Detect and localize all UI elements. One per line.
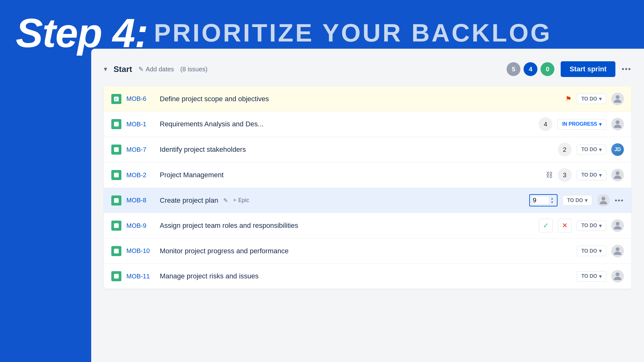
- header-title: Step 4: PRIORITIZE YOUR BACKLOG: [16, 13, 628, 53]
- edit-dates-button[interactable]: ✎ Add dates: [138, 65, 174, 73]
- issue-title: Manage project risks and issues: [160, 272, 363, 280]
- issues-table: ✓ MOB-6 Define project scope and objecti…: [104, 86, 631, 289]
- issue-title-text: Create project plan: [160, 196, 218, 205]
- sp-down-arrow[interactable]: ▼: [551, 201, 554, 204]
- issue-title: Project Management: [160, 171, 348, 179]
- svg-text:✓: ✓: [114, 97, 117, 101]
- sprint-more-button[interactable]: •••: [622, 65, 631, 74]
- plus-icon: +: [233, 197, 236, 204]
- table-row: MOB-2 Project Management ⛓ 3 TO DO ▾: [104, 162, 631, 188]
- svg-rect-14: [114, 274, 119, 279]
- sprint-header: ▾ Start ✎ Add dates (8 issues) 5 4 0 Sta…: [104, 58, 631, 80]
- status-badge[interactable]: TO DO ▾: [577, 170, 606, 180]
- start-sprint-button[interactable]: Start sprint: [561, 61, 615, 77]
- avatar: [611, 118, 624, 130]
- issue-title: Identify project stakeholders: [160, 145, 354, 154]
- pencil-icon: ✎: [138, 65, 144, 73]
- issue-type-icon: [111, 195, 121, 206]
- status-badge[interactable]: TO DO ▾: [577, 271, 606, 282]
- story-points-field[interactable]: [533, 197, 549, 204]
- table-row: MOB-8 Create project plan ✎ + Epic ▲ ▼ T…: [104, 188, 631, 213]
- issue-title: Requirements Analysis and Des...: [160, 120, 344, 128]
- issue-type-icon: ✓: [111, 94, 121, 104]
- issue-type-icon: [111, 221, 121, 231]
- svg-point-7: [616, 171, 619, 175]
- sp-up-arrow[interactable]: ▲: [551, 197, 554, 200]
- svg-point-9: [602, 197, 605, 200]
- issue-title: Define project scope and objectives: [160, 95, 560, 103]
- table-row: MOB-9 Assign project team roles and resp…: [104, 213, 631, 239]
- svg-rect-6: [114, 173, 119, 178]
- edit-pencil-icon[interactable]: ✎: [223, 197, 228, 204]
- step-subtitle: PRIORITIZE YOUR BACKLOG: [154, 20, 552, 46]
- row-more-button[interactable]: •••: [615, 196, 624, 205]
- issue-id[interactable]: MOB-9: [126, 222, 155, 229]
- avatar: [597, 194, 610, 207]
- issue-type-icon: [111, 246, 121, 256]
- issue-id[interactable]: MOB-7: [126, 146, 155, 153]
- issue-id[interactable]: MOB-1: [126, 121, 155, 128]
- svg-point-15: [616, 272, 619, 276]
- collapse-icon[interactable]: ▾: [104, 65, 107, 73]
- issue-title: Monitor project progress and performance: [160, 247, 363, 255]
- table-row: MOB-10 Monitor project progress and perf…: [104, 239, 631, 264]
- status-badge[interactable]: TO DO ▾: [577, 221, 606, 231]
- avatar: [611, 270, 624, 282]
- svg-rect-8: [114, 198, 119, 203]
- issue-id[interactable]: MOB-6: [126, 95, 155, 102]
- story-points: 4: [539, 117, 552, 131]
- avatar: [611, 169, 624, 181]
- avatar: [611, 93, 624, 105]
- story-points: 2: [558, 143, 572, 156]
- status-badge[interactable]: TO DO ▾: [563, 195, 592, 206]
- issue-type-icon: [111, 271, 121, 281]
- sp-arrows: ▲ ▼: [551, 197, 554, 204]
- flag-icon: ⚑: [565, 95, 572, 103]
- hierarchy-icon: ⛓: [546, 171, 553, 179]
- svg-rect-10: [114, 223, 119, 228]
- issue-type-icon: [111, 170, 121, 180]
- svg-rect-12: [114, 249, 119, 253]
- badge-done: 0: [541, 62, 554, 76]
- sprint-title: Start: [114, 64, 132, 74]
- badge-inprogress: 4: [524, 62, 537, 76]
- avatar: JD: [611, 143, 624, 156]
- status-badge[interactable]: TO DO ▾: [577, 94, 606, 104]
- svg-rect-3: [114, 122, 119, 127]
- cancel-button[interactable]: ✕: [558, 219, 572, 233]
- table-row: ✓ MOB-6 Define project scope and objecti…: [104, 86, 631, 112]
- story-points-input[interactable]: ▲ ▼: [529, 194, 558, 206]
- sprint-badges: 5 4 0: [507, 62, 554, 76]
- table-row: MOB-7 Identify project stakeholders 2 TO…: [104, 137, 631, 162]
- badge-total: 5: [507, 62, 520, 76]
- issue-id[interactable]: MOB-2: [126, 172, 155, 179]
- issue-type-icon: [111, 119, 121, 129]
- status-badge[interactable]: TO DO ▾: [577, 145, 606, 155]
- svg-point-11: [616, 222, 619, 226]
- story-points: 3: [558, 168, 572, 182]
- table-row: MOB-1 Requirements Analysis and Des... 4…: [104, 112, 631, 137]
- issue-id[interactable]: MOB-8: [126, 197, 155, 204]
- issue-id[interactable]: MOB-11: [126, 273, 155, 280]
- confirm-button[interactable]: ✓: [539, 219, 553, 233]
- step-label: Step 4:: [16, 13, 147, 53]
- issues-count: (8 issues): [180, 66, 208, 73]
- status-badge[interactable]: TO DO ▾: [577, 246, 606, 256]
- avatar: [611, 245, 624, 257]
- add-epic-button[interactable]: + Epic: [233, 197, 249, 204]
- epic-label: Epic: [238, 197, 249, 204]
- table-row: MOB-11 Manage project risks and issues T…: [104, 264, 631, 289]
- main-panel: ▾ Start ✎ Add dates (8 issues) 5 4 0 Sta…: [91, 49, 644, 362]
- avatar: [611, 219, 624, 232]
- edit-dates-label: Add dates: [146, 66, 174, 73]
- issue-type-icon: [111, 145, 121, 155]
- status-badge[interactable]: IN PROGRESS ▾: [558, 119, 606, 129]
- issue-title: Assign project team roles and responsibi…: [160, 222, 344, 230]
- svg-rect-5: [114, 147, 119, 152]
- svg-point-2: [616, 95, 619, 99]
- svg-point-13: [616, 247, 619, 251]
- svg-point-4: [616, 120, 619, 124]
- issue-title-row: Create project plan ✎ + Epic: [160, 196, 339, 205]
- issue-id[interactable]: MOB-10: [126, 247, 155, 255]
